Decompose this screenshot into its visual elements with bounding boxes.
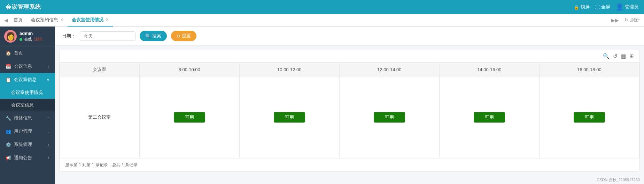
tab-forward-btn[interactable]: ▶▶ [610,17,620,23]
sidebar-sub-room-info[interactable]: 会议室信息 [0,99,55,111]
admin-avatar[interactable]: 👤 管理员 [616,3,638,11]
reset-icon: ↺ [177,34,180,39]
sidebar-item-system[interactable]: ⚙️系统管理 › [0,138,55,151]
col-slot-5: 16:00-18:00 [539,63,639,76]
search-button[interactable]: 🔍 搜索 [140,31,167,41]
app-title: 会议管理系统 [6,3,41,11]
status-row: 在线 注销 [20,37,42,42]
arrow-icon-notice: › [48,156,49,160]
col-slot-2: 10:00-12:00 [239,63,339,76]
sidebar-item-meeting-info[interactable]: 📅会议信息 › [0,60,55,73]
logout-btn[interactable]: 注销 [34,37,42,42]
sidebar-item-maintenance[interactable]: 🔧维修信息 › [0,111,55,125]
status-label: 在线 [24,37,32,42]
tab-refresh-btn[interactable]: ↻ 刷新 [623,17,641,23]
cell-slot-3[interactable]: 可用 [339,76,439,158]
cell-slot-2[interactable]: 可用 [239,76,339,158]
refresh-toolbar-icon[interactable]: ↺ [613,53,618,59]
pagination-text: 显示第 1 到第 1 条记录，总共 1 条记录 [60,158,639,171]
users-icon: 👥 [6,129,11,134]
sidebar-item-notice[interactable]: 📢通知公告 › [0,151,55,164]
arrow-icon-system: › [48,142,49,147]
cell-slot-5[interactable]: 可用 [539,76,639,158]
search-toolbar-icon[interactable]: 🔍 [603,53,610,59]
data-table: 会议室 8:00-10:00 10:00-12:00 12:00-14:00 1… [60,62,639,158]
home-icon: 🏠 [6,51,11,56]
sidebar-item-user-mgmt[interactable]: 👥用户管理 › [0,125,55,138]
sidebar-user: 👩 admin 在线 注销 [0,27,55,46]
close-tab-meeting-room-usage[interactable]: ✕ [106,17,109,22]
col-room: 会议室 [60,63,140,76]
fullscreen-icon: ⛶ [595,5,600,10]
lock-screen-btn[interactable]: 🔒 锁屏 [574,4,590,10]
header-right: 🔒 锁屏 ⛶ 全屏 👤 管理员 [574,3,638,11]
arrow-icon-maintenance: › [48,116,49,120]
col-slot-1: 8:00-10:00 [139,63,239,76]
reset-button[interactable]: ↺ 重置 [171,31,196,41]
user-info: admin 在线 注销 [20,31,42,42]
filter-bar: 日期： 🔍 搜索 ↺ 重置 [55,27,644,46]
table-row: 第二会议室可用可用可用可用可用 [60,76,639,158]
grid-view-icon[interactable]: ⊞ [629,53,634,59]
sidebar-item-meeting-room[interactable]: 📋会议室信息 ∨ [0,73,55,86]
tab-bar-right: ▶▶ ↻ 刷新 [610,17,641,23]
col-slot-3: 12:00-14:00 [339,63,439,76]
main-content: 日期： 🔍 搜索 ↺ 重置 🔍 ↺ ▦ ⊞ 会议室 [55,27,644,184]
top-header: 会议管理系统 🔒 锁屏 ⛶ 全屏 👤 管理员 [0,0,644,14]
date-input[interactable] [80,31,135,41]
online-indicator [20,38,22,41]
fullscreen-btn[interactable]: ⛶ 全屏 [595,4,610,10]
available-badge: 可用 [274,112,305,123]
search-icon: 🔍 [145,34,151,39]
sidebar-item-home[interactable]: 🏠首页 [0,46,55,60]
table-view-icon[interactable]: ▦ [621,53,626,59]
available-badge: 可用 [174,112,205,123]
col-slot-4: 14:00-16:00 [439,63,539,76]
tab-bar: ◀ 首页 会议预约信息 ✕ 会议室使用情况 ✕ ▶▶ ↻ 刷新 [0,14,644,27]
cell-slot-1[interactable]: 可用 [139,76,239,158]
tab-meeting-room-usage[interactable]: 会议室使用情况 ✕ [68,14,113,27]
available-badge: 可用 [374,112,405,123]
table-area: 🔍 ↺ ▦ ⊞ 会议室 8:00-10:00 10:00-12:00 12:00… [59,50,640,172]
table-toolbar: 🔍 ↺ ▦ ⊞ [60,50,639,62]
tab-meeting-reservation[interactable]: 会议预约信息 ✕ [27,14,68,27]
calendar-icon: 📅 [6,64,11,69]
arrow-icon: › [48,64,49,68]
sidebar: 👩 admin 在线 注销 🏠首页 📅会议信息 › 📋会议室信息 ∨ [0,27,55,184]
available-badge: 可用 [474,112,505,123]
room-icon: 📋 [6,77,11,82]
cell-room: 第二会议室 [60,76,140,158]
watermark: CSDN @秋_2105917280 [55,176,644,184]
announcement-icon: 📢 [6,155,11,161]
available-badge: 可用 [574,112,605,123]
sidebar-sub-room-usage[interactable]: 会议室使用情况 [0,86,55,99]
lock-icon: 🔒 [574,5,579,10]
arrow-icon-room: ∨ [47,78,49,82]
table-header-row: 会议室 8:00-10:00 10:00-12:00 12:00-14:00 1… [60,63,639,76]
date-label: 日期： [62,33,76,39]
wrench-icon: 🔧 [6,116,11,121]
main-layout: 👩 admin 在线 注销 🏠首页 📅会议信息 › 📋会议室信息 ∨ [0,27,644,184]
arrow-icon-user: › [48,129,49,133]
tab-home[interactable]: 首页 [9,14,27,27]
close-tab-meeting-reservation[interactable]: ✕ [60,17,63,22]
username: admin [20,31,42,36]
tab-back-btn[interactable]: ◀ [3,17,9,23]
cell-slot-4[interactable]: 可用 [439,76,539,158]
gear-icon: ⚙️ [6,142,11,147]
avatar: 👩 [4,30,17,43]
